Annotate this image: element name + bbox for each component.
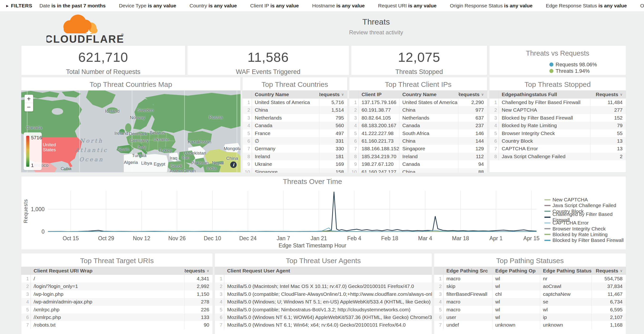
table-row[interactable]: 2/login/?login_only=12,992 <box>21 282 212 290</box>
column-header[interactable]: Requests∨ <box>319 90 347 99</box>
filter-item-client-ip[interactable]: Client IP is any value <box>250 3 299 9</box>
cell: 68.183.200.167 <box>359 122 399 129</box>
table-row[interactable]: 7undefunknownunknown1,168 <box>434 321 626 329</box>
filter-item-request-uri[interactable]: Request URI is any value <box>378 3 436 9</box>
table-row[interactable]: 3/wp-login.php1,150 <box>21 290 212 298</box>
filter-bar: ▶ FILTERS Date is in the past 7 monthsDe… <box>0 0 644 12</box>
threats-stopped-table[interactable]: Edgepathingstatus FullRequests∨1Challeng… <box>489 90 626 173</box>
table-row[interactable]: 4Canada560 <box>242 122 347 129</box>
table-row[interactable]: 1macrowlnr554,758 <box>434 275 626 282</box>
filter-item-edge-response-status[interactable]: Edge Response Status is any value <box>546 3 627 9</box>
chart-legend-item[interactable]: Blocked by Rate Limiting <box>544 232 626 237</box>
cell: 112 <box>458 153 487 160</box>
table-row[interactable]: 7188.166.188.152Singapore129 <box>349 145 487 152</box>
table-row[interactable]: 6//xmlrpc.php133 <box>21 313 212 321</box>
target-uris-table[interactable]: Client Request URI WrapRequests∨1/4,3412… <box>21 267 212 334</box>
table-row[interactable]: 5Browser Integrity Check55 <box>489 130 626 137</box>
table-row[interactable]: 2Mozilla/5.0 (Macintosh; Intel Mac OS X … <box>215 282 432 290</box>
table-row[interactable]: 4macrowlse6,734 <box>434 298 626 306</box>
table-row[interactable]: 5macrowlwl6,595 <box>434 306 626 313</box>
table-row[interactable]: 4Blocked by Rate Limiting79 <box>489 122 626 129</box>
table-row[interactable]: 2New CAPTCHA277 <box>489 106 626 114</box>
filter-item-origin-response-status[interactable]: Origin Response Status is any value <box>450 3 532 9</box>
table-row[interactable]: 380.82.64.105Netherlands637 <box>349 114 487 122</box>
table-row[interactable]: 1 <box>215 275 432 282</box>
legend-item[interactable]: Requests 98.06% <box>550 61 597 68</box>
table-row[interactable]: 8Java Script Challenge Failed2 <box>489 153 626 160</box>
table-row[interactable]: 3Netherlands795 <box>242 114 347 122</box>
table-row[interactable]: 5Mozilla/5.0 (compatible; Nimbostratus-B… <box>215 306 432 313</box>
table-row[interactable]: 6∅331 <box>242 137 347 145</box>
table-row[interactable]: 4/wp-admin/admin-ajax.php278 <box>21 298 212 306</box>
row-number-header <box>215 267 224 275</box>
threats-over-time-chart[interactable]: Threats Over TimeOct 15Oct 29Nov 12Nov 2… <box>21 176 626 249</box>
legend-line-icon <box>544 205 550 206</box>
cell: Ireland <box>399 153 458 160</box>
table-row[interactable]: 8Ireland181 <box>242 153 347 160</box>
map-canvas[interactable]: CanadaUnitedStatesMexicoCubaIcelandIrela… <box>21 90 240 172</box>
info-icon[interactable]: i <box>230 162 237 168</box>
table-row[interactable]: 468.183.200.167Canada237 <box>349 122 487 129</box>
table-row[interactable]: 260.191.38.77China977 <box>349 106 487 114</box>
pathing-statuses-table[interactable]: Edge Pathing SrcEdge Pathing OpEdge Path… <box>434 267 626 334</box>
filter-item-date[interactable]: Date is in the past 7 months <box>39 3 106 9</box>
filters-toggle[interactable]: ▶ FILTERS <box>0 3 39 9</box>
table-row[interactable]: 541.222.227.98South Africa146 <box>349 130 487 137</box>
chart-legend-item[interactable]: Java Script Challenge Failed <box>544 203 626 208</box>
column-header[interactable]: Requests∨ <box>591 267 626 275</box>
table-row[interactable]: 4Mozilla/5.0 (Windows; U; Windows NT 5.1… <box>215 298 432 306</box>
column-header[interactable]: Requests∨ <box>590 90 626 99</box>
top-threat-client-ips-panel: Top Threat Client IPs Client IPCountry N… <box>349 77 488 172</box>
table-row[interactable]: 1United States of America5,716 <box>242 99 347 106</box>
filter-item-country[interactable]: Country is any value <box>190 3 237 9</box>
table-row[interactable]: 2China1,514 <box>242 106 347 114</box>
table-row[interactable]: 3filterBasedFirewallchlcaptchaNew11,467 <box>434 290 626 298</box>
table-row[interactable]: 7Mozilla/5.0 (Windows NT 6.1; Win64; x64… <box>215 321 432 329</box>
countries-table[interactable]: Country NameRequests∨1United States of A… <box>242 90 347 173</box>
table-row[interactable]: 7Germany330 <box>242 145 347 152</box>
table-row[interactable]: 2skipwlaoCrawl37,834 <box>434 282 626 290</box>
chart-legend-item[interactable]: Blocked by Filter Based Firewall <box>544 237 626 243</box>
table-row[interactable]: 661.160.221.73China144 <box>349 137 487 145</box>
cell: 90 <box>184 321 212 329</box>
table-row[interactable]: 1Challenged by Filter Based Firewall11,4… <box>489 99 626 106</box>
table-row[interactable]: 5France497 <box>242 130 347 137</box>
table-row[interactable]: 7/robots.txt90 <box>21 321 212 329</box>
legend-line-icon <box>544 234 550 235</box>
scale-min-value: 1 <box>31 162 34 168</box>
filter-item-device-type[interactable]: Device Type is any value <box>119 3 176 9</box>
chart-legend-item[interactable]: Browser Integrity Check <box>544 226 626 231</box>
user-agents-table[interactable]: Client Request User Agent12Mozilla/5.0 (… <box>215 267 432 334</box>
table-row[interactable]: 1137.175.79.166United States of America2… <box>349 99 487 106</box>
cell: 237 <box>458 122 487 129</box>
filter-item-origin-ip[interactable]: Origin IP is any value <box>640 3 644 9</box>
table-row[interactable]: 1061.160.247.127China88 <box>349 168 487 173</box>
table-row[interactable]: 6Mozilla/5.0 (Windows NT 6.1; WOW64) App… <box>215 313 432 321</box>
row-number: 4 <box>21 298 31 306</box>
chart-legend-item[interactable]: New CAPTCHA <box>544 197 626 203</box>
column-header: Client Request User Agent <box>224 267 432 275</box>
table-row[interactable]: 3Mozilla/5.0 (compatible; CloudFlare-Alw… <box>215 290 432 298</box>
chart-legend-item[interactable]: Challenged by Filter Based Firewall <box>544 214 626 220</box>
table-row[interactable]: 6userwlip2,107 <box>434 313 626 321</box>
client-ips-table[interactable]: Client IPCountry NameRequests∨1137.175.7… <box>349 90 487 173</box>
zoom-out-button[interactable]: − <box>24 103 33 111</box>
table-row[interactable]: 1/4,341 <box>21 275 212 282</box>
table-row[interactable]: 5/xmlrpc.php226 <box>21 306 212 313</box>
zoom-in-button[interactable]: + <box>24 95 33 103</box>
table-row[interactable]: 7CAPTCHA Error13 <box>489 145 626 152</box>
cell: 37,834 <box>591 282 626 290</box>
column-header[interactable]: Requests∨ <box>458 90 487 99</box>
table-row[interactable]: 3Blocked by Filter Based Firewall152 <box>489 114 626 122</box>
table-row[interactable]: 10Singapore158 <box>242 168 347 173</box>
filter-item-hostname[interactable]: Hostname is any value <box>312 3 365 9</box>
table-row[interactable]: 9Ukraine169 <box>242 160 347 168</box>
table-row[interactable]: 9198.27.67.120Canada94 <box>349 160 487 168</box>
cell: Blocked by Rate Limiting <box>499 122 590 129</box>
column-header[interactable]: Requests∨ <box>184 267 212 275</box>
cell: 277 <box>590 106 626 114</box>
legend-item[interactable]: Threats 1.94% <box>550 68 597 74</box>
table-row[interactable]: 8185.234.219.70Ireland112 <box>349 153 487 160</box>
table-row[interactable]: 6Country Block13 <box>489 137 626 145</box>
cell: macro <box>444 306 492 313</box>
